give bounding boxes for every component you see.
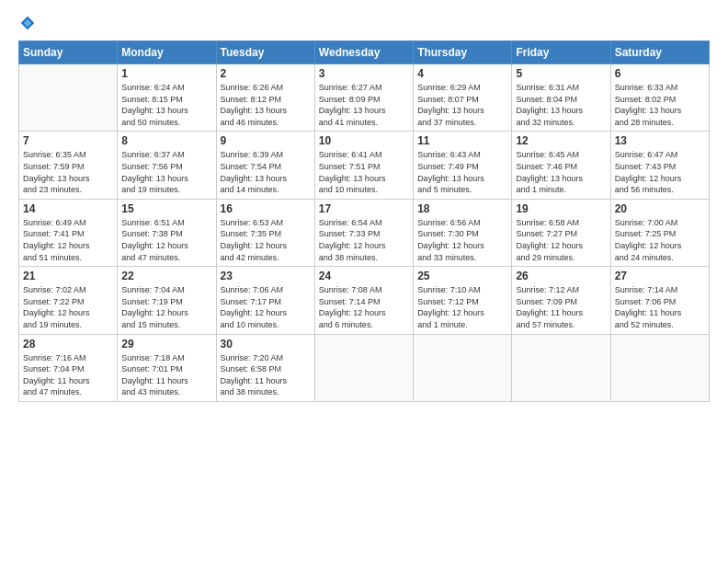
day-info: Sunrise: 6:24 AMSunset: 8:15 PMDaylight:…	[121, 82, 211, 128]
calendar-cell	[414, 334, 512, 401]
day-info: Sunrise: 7:08 AMSunset: 7:14 PMDaylight:…	[319, 284, 409, 330]
day-info: Sunrise: 6:47 AMSunset: 7:43 PMDaylight:…	[615, 149, 705, 195]
calendar-cell: 9Sunrise: 6:39 AMSunset: 7:54 PMDaylight…	[216, 132, 314, 199]
day-info: Sunrise: 6:26 AMSunset: 8:12 PMDaylight:…	[221, 82, 311, 128]
calendar-week-row-4: 21Sunrise: 7:02 AMSunset: 7:22 PMDayligh…	[19, 267, 710, 334]
day-number: 17	[319, 202, 409, 215]
day-info: Sunrise: 6:49 AMSunset: 7:41 PMDaylight:…	[23, 217, 113, 263]
calendar-cell: 18Sunrise: 6:56 AMSunset: 7:30 PMDayligh…	[414, 199, 512, 266]
weekday-header-saturday: Saturday	[610, 41, 709, 64]
calendar-cell: 12Sunrise: 6:45 AMSunset: 7:46 PMDayligh…	[512, 132, 610, 199]
day-info: Sunrise: 7:14 AMSunset: 7:06 PMDaylight:…	[615, 284, 705, 330]
day-number: 30	[221, 338, 311, 350]
day-number: 16	[221, 202, 311, 215]
calendar-cell: 13Sunrise: 6:47 AMSunset: 7:43 PMDayligh…	[610, 132, 709, 199]
calendar-cell: 3Sunrise: 6:27 AMSunset: 8:09 PMDaylight…	[314, 64, 413, 132]
day-number: 23	[221, 270, 311, 282]
calendar-cell: 5Sunrise: 6:31 AMSunset: 8:04 PMDaylight…	[512, 64, 610, 132]
logo	[18, 15, 37, 31]
day-number: 1	[121, 67, 211, 80]
day-info: Sunrise: 6:58 AMSunset: 7:27 PMDaylight:…	[516, 217, 606, 263]
calendar-week-row-2: 7Sunrise: 6:35 AMSunset: 7:59 PMDaylight…	[19, 132, 710, 199]
calendar-cell: 7Sunrise: 6:35 AMSunset: 7:59 PMDaylight…	[19, 132, 118, 199]
weekday-header-wednesday: Wednesday	[314, 41, 413, 64]
day-info: Sunrise: 6:37 AMSunset: 7:56 PMDaylight:…	[121, 149, 211, 195]
day-info: Sunrise: 7:02 AMSunset: 7:22 PMDaylight:…	[23, 284, 113, 330]
page: SundayMondayTuesdayWednesdayThursdayFrid…	[0, 0, 728, 563]
calendar-cell: 4Sunrise: 6:29 AMSunset: 8:07 PMDaylight…	[414, 64, 512, 132]
day-number: 7	[23, 134, 113, 147]
calendar-cell: 17Sunrise: 6:54 AMSunset: 7:33 PMDayligh…	[314, 199, 413, 266]
day-info: Sunrise: 7:00 AMSunset: 7:25 PMDaylight:…	[615, 217, 705, 263]
calendar-cell: 25Sunrise: 7:10 AMSunset: 7:12 PMDayligh…	[414, 267, 512, 334]
calendar-cell: 8Sunrise: 6:37 AMSunset: 7:56 PMDaylight…	[118, 132, 216, 199]
day-info: Sunrise: 7:16 AMSunset: 7:04 PMDaylight:…	[23, 352, 113, 398]
day-number: 25	[417, 270, 507, 282]
day-info: Sunrise: 6:33 AMSunset: 8:02 PMDaylight:…	[615, 82, 705, 128]
calendar-cell: 20Sunrise: 7:00 AMSunset: 7:25 PMDayligh…	[610, 199, 709, 266]
calendar-cell: 29Sunrise: 7:18 AMSunset: 7:01 PMDayligh…	[118, 334, 216, 401]
calendar-week-row-3: 14Sunrise: 6:49 AMSunset: 7:41 PMDayligh…	[19, 199, 710, 266]
calendar-cell: 21Sunrise: 7:02 AMSunset: 7:22 PMDayligh…	[19, 267, 118, 334]
calendar-cell	[610, 334, 709, 401]
calendar-cell: 1Sunrise: 6:24 AMSunset: 8:15 PMDaylight…	[118, 64, 216, 132]
calendar-cell: 30Sunrise: 7:20 AMSunset: 6:58 PMDayligh…	[216, 334, 314, 401]
calendar-week-row-1: 1Sunrise: 6:24 AMSunset: 8:15 PMDaylight…	[19, 64, 710, 132]
day-info: Sunrise: 7:06 AMSunset: 7:17 PMDaylight:…	[221, 284, 311, 330]
calendar-cell: 24Sunrise: 7:08 AMSunset: 7:14 PMDayligh…	[314, 267, 413, 334]
day-number: 20	[615, 202, 705, 215]
day-number: 27	[615, 270, 705, 282]
day-info: Sunrise: 6:31 AMSunset: 8:04 PMDaylight:…	[516, 82, 606, 128]
day-number: 22	[121, 270, 211, 282]
calendar-cell	[314, 334, 413, 401]
calendar-cell: 16Sunrise: 6:53 AMSunset: 7:35 PMDayligh…	[216, 199, 314, 266]
calendar-cell: 26Sunrise: 7:12 AMSunset: 7:09 PMDayligh…	[512, 267, 610, 334]
day-number: 13	[615, 134, 705, 147]
day-info: Sunrise: 6:56 AMSunset: 7:30 PMDaylight:…	[417, 217, 507, 263]
calendar-cell: 27Sunrise: 7:14 AMSunset: 7:06 PMDayligh…	[610, 267, 709, 334]
calendar-table: SundayMondayTuesdayWednesdayThursdayFrid…	[18, 40, 710, 402]
weekday-header-friday: Friday	[512, 41, 610, 64]
weekday-header-sunday: Sunday	[19, 41, 118, 64]
day-number: 3	[319, 67, 409, 80]
day-number: 10	[319, 134, 409, 147]
day-number: 24	[319, 270, 409, 282]
day-info: Sunrise: 6:27 AMSunset: 8:09 PMDaylight:…	[319, 82, 409, 128]
calendar-cell	[512, 334, 610, 401]
day-info: Sunrise: 7:12 AMSunset: 7:09 PMDaylight:…	[516, 284, 606, 330]
logo-icon	[19, 15, 36, 31]
day-info: Sunrise: 6:53 AMSunset: 7:35 PMDaylight:…	[221, 217, 311, 263]
day-number: 14	[23, 202, 113, 215]
weekday-header-tuesday: Tuesday	[216, 41, 314, 64]
day-info: Sunrise: 6:54 AMSunset: 7:33 PMDaylight:…	[319, 217, 409, 263]
day-info: Sunrise: 7:18 AMSunset: 7:01 PMDaylight:…	[121, 352, 211, 398]
weekday-header-thursday: Thursday	[414, 41, 512, 64]
calendar-cell: 2Sunrise: 6:26 AMSunset: 8:12 PMDaylight…	[216, 64, 314, 132]
day-number: 2	[221, 67, 311, 80]
day-number: 4	[417, 67, 507, 80]
day-number: 12	[516, 134, 606, 147]
header	[18, 15, 710, 31]
day-number: 28	[23, 338, 113, 350]
calendar-week-row-5: 28Sunrise: 7:16 AMSunset: 7:04 PMDayligh…	[19, 334, 710, 401]
day-number: 5	[516, 67, 606, 80]
day-number: 21	[23, 270, 113, 282]
calendar-cell: 28Sunrise: 7:16 AMSunset: 7:04 PMDayligh…	[19, 334, 118, 401]
day-info: Sunrise: 6:45 AMSunset: 7:46 PMDaylight:…	[516, 149, 606, 195]
weekday-header-row: SundayMondayTuesdayWednesdayThursdayFrid…	[19, 41, 710, 64]
day-info: Sunrise: 6:43 AMSunset: 7:49 PMDaylight:…	[417, 149, 507, 195]
day-info: Sunrise: 6:39 AMSunset: 7:54 PMDaylight:…	[221, 149, 311, 195]
day-info: Sunrise: 6:41 AMSunset: 7:51 PMDaylight:…	[319, 149, 409, 195]
day-number: 6	[615, 67, 705, 80]
day-number: 9	[221, 134, 311, 147]
day-info: Sunrise: 6:29 AMSunset: 8:07 PMDaylight:…	[417, 82, 507, 128]
calendar-cell: 14Sunrise: 6:49 AMSunset: 7:41 PMDayligh…	[19, 199, 118, 266]
calendar-cell: 15Sunrise: 6:51 AMSunset: 7:38 PMDayligh…	[118, 199, 216, 266]
day-info: Sunrise: 6:51 AMSunset: 7:38 PMDaylight:…	[121, 217, 211, 263]
calendar-cell: 11Sunrise: 6:43 AMSunset: 7:49 PMDayligh…	[414, 132, 512, 199]
calendar-cell: 10Sunrise: 6:41 AMSunset: 7:51 PMDayligh…	[314, 132, 413, 199]
calendar-cell	[19, 64, 118, 132]
calendar-cell: 23Sunrise: 7:06 AMSunset: 7:17 PMDayligh…	[216, 267, 314, 334]
day-number: 18	[417, 202, 507, 215]
weekday-header-monday: Monday	[118, 41, 216, 64]
